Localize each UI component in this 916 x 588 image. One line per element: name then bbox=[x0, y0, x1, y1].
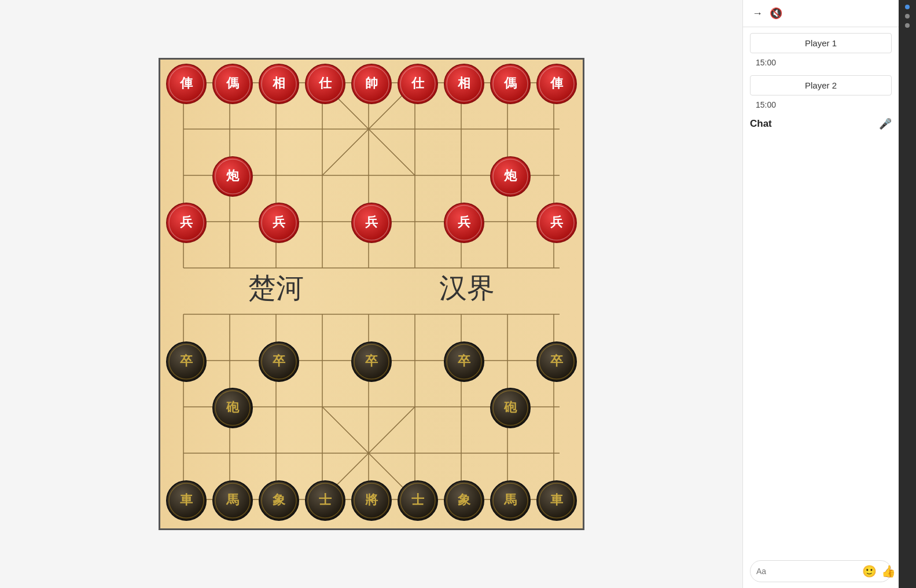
piece-black-zu5[interactable]: 卒 bbox=[537, 342, 576, 381]
piece-red-bing4[interactable]: 兵 bbox=[444, 203, 484, 242]
chess-board[interactable]: 楚河 汉界 俥 傌 相 bbox=[159, 58, 584, 530]
svg-text:俥: 俥 bbox=[550, 76, 564, 90]
panel-toolbar: → 🔇 bbox=[743, 0, 899, 27]
svg-text:帥: 帥 bbox=[365, 76, 378, 90]
piece-black-xiang2[interactable]: 象 bbox=[444, 481, 484, 520]
svg-text:砲: 砲 bbox=[503, 400, 517, 414]
svg-text:馬: 馬 bbox=[226, 493, 239, 507]
svg-rect-1 bbox=[160, 60, 583, 528]
piece-black-ma2[interactable]: 馬 bbox=[491, 481, 530, 520]
svg-text:卒: 卒 bbox=[550, 354, 564, 368]
piece-black-jiang[interactable]: 將 bbox=[352, 481, 391, 520]
piece-black-che2[interactable]: 車 bbox=[537, 481, 576, 520]
exit-icon[interactable]: → bbox=[752, 8, 763, 20]
svg-text:炮: 炮 bbox=[503, 168, 517, 183]
side-widget bbox=[899, 0, 916, 588]
svg-text:車: 車 bbox=[550, 493, 564, 507]
widget-dot-3 bbox=[905, 23, 910, 28]
board-container: 楚河 汉界 俥 傌 相 bbox=[0, 0, 742, 588]
piece-black-zu2[interactable]: 卒 bbox=[259, 342, 299, 381]
svg-text:將: 將 bbox=[365, 493, 378, 507]
svg-text:卒: 卒 bbox=[365, 354, 378, 368]
piece-black-shi2[interactable]: 士 bbox=[398, 481, 437, 520]
piece-red-che2[interactable]: 俥 bbox=[537, 64, 576, 104]
svg-text:相: 相 bbox=[272, 76, 285, 90]
piece-red-shuai[interactable]: 帥 bbox=[352, 64, 391, 104]
player1-timer: 15:00 bbox=[743, 56, 899, 69]
svg-text:傌: 傌 bbox=[226, 76, 239, 90]
svg-text:象: 象 bbox=[273, 493, 286, 507]
piece-black-zu4[interactable]: 卒 bbox=[444, 342, 484, 381]
emoji-icon[interactable]: 🙂 bbox=[862, 564, 877, 578]
piece-red-xiang2[interactable]: 相 bbox=[444, 64, 484, 104]
piece-red-bing1[interactable]: 兵 bbox=[167, 203, 206, 242]
svg-text:兵: 兵 bbox=[550, 215, 564, 229]
piece-black-zu3[interactable]: 卒 bbox=[352, 342, 391, 381]
svg-text:俥: 俥 bbox=[179, 76, 193, 90]
svg-text:兵: 兵 bbox=[273, 215, 286, 229]
svg-text:兵: 兵 bbox=[180, 215, 193, 229]
chat-mute-icon[interactable]: 🎤 bbox=[879, 117, 892, 130]
river-left-text: 楚河 bbox=[248, 273, 304, 303]
piece-black-xiang1[interactable]: 象 bbox=[259, 481, 299, 520]
piece-black-shi1[interactable]: 士 bbox=[306, 481, 345, 520]
svg-text:兵: 兵 bbox=[365, 215, 378, 229]
svg-text:兵: 兵 bbox=[458, 215, 471, 229]
piece-black-zu1[interactable]: 卒 bbox=[167, 342, 206, 381]
svg-text:砲: 砲 bbox=[226, 400, 240, 414]
piece-black-ma1[interactable]: 馬 bbox=[213, 481, 252, 520]
piece-red-pao2[interactable]: 炮 bbox=[491, 157, 530, 196]
svg-text:卒: 卒 bbox=[180, 354, 193, 368]
svg-text:車: 車 bbox=[180, 493, 193, 507]
player2-name: Player 2 bbox=[757, 80, 884, 90]
piece-red-ma2[interactable]: 傌 bbox=[491, 64, 530, 104]
piece-black-che1[interactable]: 車 bbox=[167, 481, 206, 520]
player1-card: Player 1 bbox=[750, 33, 892, 53]
piece-red-shi2[interactable]: 仕 bbox=[398, 64, 437, 104]
chat-label: Chat bbox=[750, 118, 772, 130]
piece-black-pao1[interactable]: 砲 bbox=[213, 388, 252, 428]
chat-input[interactable] bbox=[756, 567, 858, 576]
piece-red-shi1[interactable]: 仕 bbox=[306, 64, 345, 104]
right-panel: → 🔇 Player 1 15:00 Player 2 15:00 Chat 🎤… bbox=[742, 0, 899, 588]
chat-section: Chat 🎤 bbox=[743, 112, 899, 134]
river-right-text: 汉界 bbox=[439, 273, 495, 303]
piece-red-bing5[interactable]: 兵 bbox=[537, 203, 576, 242]
svg-text:相: 相 bbox=[457, 76, 470, 90]
svg-text:仕: 仕 bbox=[411, 76, 425, 90]
piece-red-bing3[interactable]: 兵 bbox=[352, 203, 391, 242]
widget-dot-1 bbox=[905, 5, 910, 9]
svg-text:仕: 仕 bbox=[318, 76, 332, 90]
widget-dot-2 bbox=[905, 14, 910, 19]
svg-text:卒: 卒 bbox=[273, 354, 286, 368]
piece-red-xiang1[interactable]: 相 bbox=[259, 64, 299, 104]
mute-icon[interactable]: 🔇 bbox=[770, 7, 782, 20]
player1-name: Player 1 bbox=[757, 38, 884, 48]
svg-text:士: 士 bbox=[319, 493, 332, 507]
piece-red-ma1[interactable]: 傌 bbox=[213, 64, 252, 104]
chat-messages bbox=[743, 134, 899, 557]
piece-red-pao1[interactable]: 炮 bbox=[213, 157, 252, 196]
piece-red-bing2[interactable]: 兵 bbox=[259, 203, 299, 242]
svg-text:士: 士 bbox=[411, 493, 425, 507]
piece-black-pao2[interactable]: 砲 bbox=[491, 388, 530, 428]
like-icon[interactable]: 👍 bbox=[881, 564, 896, 578]
svg-text:卒: 卒 bbox=[458, 354, 471, 368]
player2-card: Player 2 bbox=[750, 75, 892, 95]
svg-text:傌: 傌 bbox=[503, 76, 517, 90]
svg-text:馬: 馬 bbox=[503, 493, 517, 507]
svg-text:象: 象 bbox=[458, 493, 471, 507]
player2-timer: 15:00 bbox=[743, 98, 899, 112]
piece-red-che1[interactable]: 俥 bbox=[167, 64, 206, 104]
svg-text:炮: 炮 bbox=[226, 168, 240, 183]
chat-input-bar: 🙂 👍 bbox=[750, 560, 892, 582]
